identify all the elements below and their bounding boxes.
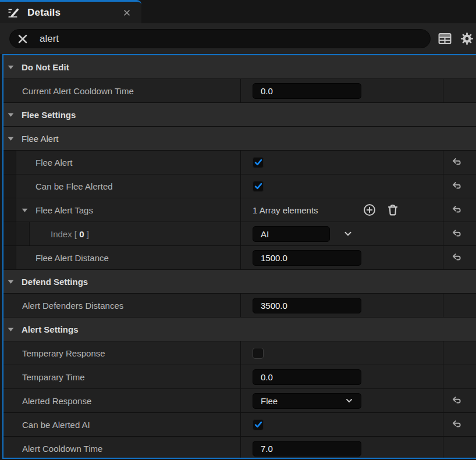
section-title: Flee Settings bbox=[22, 110, 76, 120]
property-reset-cell bbox=[443, 341, 476, 365]
property-label: Can be Flee Alerted bbox=[16, 181, 113, 191]
flee-alert-checkbox[interactable] bbox=[253, 157, 264, 168]
property-row-flee-alert: Flee Alert bbox=[3, 151, 476, 174]
table-view-icon[interactable] bbox=[437, 31, 453, 47]
array-count-label: 1 Array elements bbox=[253, 205, 318, 215]
alert-defenders-distances-input[interactable] bbox=[253, 298, 361, 313]
temparary-time-input[interactable] bbox=[253, 369, 361, 385]
property-value-cell bbox=[241, 341, 443, 365]
property-value-cell bbox=[241, 294, 443, 317]
details-tab[interactable]: Details bbox=[0, 0, 141, 23]
details-panel: Do Not Edit Current Alert Cooldown Time … bbox=[2, 54, 476, 459]
property-reset-cell bbox=[443, 151, 476, 174]
expander-arrow-icon[interactable] bbox=[21, 206, 29, 214]
tab-close-icon[interactable] bbox=[123, 9, 131, 17]
reset-to-default-button[interactable] bbox=[451, 156, 463, 168]
index-0-tag-field[interactable]: AI bbox=[253, 226, 330, 242]
reset-to-default-button[interactable] bbox=[451, 395, 463, 406]
property-label: Alert Defenders Distances bbox=[3, 301, 123, 311]
reset-to-default-button[interactable] bbox=[451, 419, 463, 430]
section-title: Flee Alert bbox=[22, 134, 58, 144]
tab-bar: Details bbox=[0, 0, 476, 23]
indent-guide bbox=[3, 198, 16, 222]
reset-to-default-button[interactable] bbox=[451, 204, 463, 216]
property-name-cell[interactable]: Index [ 0 ] bbox=[3, 222, 241, 245]
indent-guide bbox=[16, 222, 30, 245]
property-name-cell[interactable]: Alert Defenders Distances bbox=[3, 294, 241, 317]
property-name-cell[interactable]: Can be Alerted AI bbox=[3, 413, 241, 436]
property-name-cell[interactable]: Temperary Response bbox=[3, 341, 241, 365]
property-row-alert-defenders-distances: Alert Defenders Distances bbox=[3, 294, 476, 318]
indent-guide bbox=[3, 222, 16, 245]
property-reset-cell bbox=[443, 437, 476, 459]
collapse-arrow-icon[interactable] bbox=[7, 63, 15, 71]
property-row-index-0: Index [ 0 ] AI bbox=[3, 222, 476, 246]
section-header-flee-settings[interactable]: Flee Settings bbox=[3, 103, 476, 127]
property-row-flee-alert-distance: Flee Alert Distance bbox=[3, 246, 476, 270]
property-row-flee-alert-tags: Flee Alert Tags 1 Array elements bbox=[3, 198, 476, 222]
property-value-cell bbox=[241, 174, 443, 198]
reset-to-default-button[interactable] bbox=[451, 228, 463, 240]
gear-icon[interactable] bbox=[459, 31, 475, 47]
temperary-response-checkbox[interactable] bbox=[253, 348, 264, 359]
alerted-response-dropdown[interactable]: Flee bbox=[253, 393, 361, 409]
alert-cooldown-time-input[interactable] bbox=[253, 441, 361, 457]
property-name-cell[interactable]: Temparary Time bbox=[3, 365, 241, 388]
property-name-cell[interactable]: Current Alert Cooldown Time bbox=[3, 79, 241, 102]
property-label: Can be Alerted AI bbox=[3, 420, 90, 430]
property-name-cell[interactable]: Flee Alert bbox=[3, 151, 241, 174]
collapse-arrow-icon[interactable] bbox=[7, 135, 15, 142]
chevron-down-icon bbox=[344, 396, 354, 405]
property-reset-cell bbox=[443, 294, 476, 317]
current-alert-cooldown-time-input[interactable] bbox=[253, 83, 361, 99]
property-name-cell[interactable]: Alerted Response bbox=[3, 389, 241, 412]
collapse-arrow-icon[interactable] bbox=[7, 111, 15, 119]
property-row-alert-cooldown-time: Alert Cooldown Time bbox=[3, 437, 476, 459]
property-reset-cell bbox=[443, 198, 476, 222]
search-text: alert bbox=[40, 33, 59, 45]
section-title: Do Not Edit bbox=[22, 62, 69, 72]
property-row-alerted-response: Alerted Response Flee bbox=[3, 389, 476, 413]
property-reset-cell bbox=[443, 174, 476, 198]
property-name-cell[interactable]: Alert Cooldown Time bbox=[3, 437, 241, 459]
tab-title: Details bbox=[27, 7, 61, 19]
property-value-cell: AI bbox=[241, 222, 443, 245]
property-label: Flee Alert Tags bbox=[29, 205, 93, 215]
section-header-defend-settings[interactable]: Defend Settings bbox=[3, 270, 476, 294]
property-value-cell bbox=[241, 151, 443, 174]
x-clear-icon[interactable] bbox=[17, 33, 29, 45]
property-value-cell bbox=[241, 246, 443, 269]
flee-alert-distance-input[interactable] bbox=[253, 250, 361, 266]
property-label: Alerted Response bbox=[3, 396, 91, 406]
can-be-flee-alerted-checkbox[interactable] bbox=[253, 181, 264, 192]
property-reset-cell bbox=[443, 365, 476, 388]
section-title: Defend Settings bbox=[22, 277, 88, 287]
section-header-flee-alert[interactable]: Flee Alert bbox=[3, 127, 476, 151]
property-label: Temperary Response bbox=[3, 348, 105, 358]
property-row-current-alert-cooldown-time: Current Alert Cooldown Time bbox=[3, 79, 476, 103]
collapse-arrow-icon[interactable] bbox=[7, 326, 15, 333]
property-label: Current Alert Cooldown Time bbox=[3, 86, 134, 96]
search-input[interactable]: alert bbox=[9, 29, 431, 48]
collapse-arrow-icon[interactable] bbox=[7, 278, 15, 286]
reset-to-default-button[interactable] bbox=[451, 252, 463, 263]
trash-icon[interactable] bbox=[386, 204, 399, 216]
indent-guide bbox=[3, 151, 16, 174]
property-value-cell bbox=[241, 365, 443, 388]
property-name-cell[interactable]: Flee Alert Distance bbox=[3, 246, 241, 269]
section-header-alert-settings[interactable]: Alert Settings bbox=[3, 318, 476, 341]
property-label: Temparary Time bbox=[3, 372, 85, 382]
property-label: Flee Alert Distance bbox=[16, 253, 109, 263]
property-label: Alert Cooldown Time bbox=[3, 444, 102, 454]
chevron-down-icon[interactable] bbox=[343, 229, 353, 239]
plus-circle-icon[interactable] bbox=[363, 204, 376, 216]
reset-to-default-button[interactable] bbox=[451, 180, 463, 192]
property-value-cell bbox=[241, 413, 443, 436]
can-be-alerted-ai-checkbox[interactable] bbox=[253, 419, 264, 430]
section-header-do-not-edit[interactable]: Do Not Edit bbox=[3, 55, 476, 79]
dropdown-value: Flee bbox=[261, 396, 278, 406]
property-value-cell: 1 Array elements bbox=[241, 198, 443, 222]
property-name-cell[interactable]: Can be Flee Alerted bbox=[3, 174, 241, 198]
property-name-cell[interactable]: Flee Alert Tags bbox=[3, 198, 241, 222]
property-label: Index [ 0 ] bbox=[30, 229, 89, 239]
